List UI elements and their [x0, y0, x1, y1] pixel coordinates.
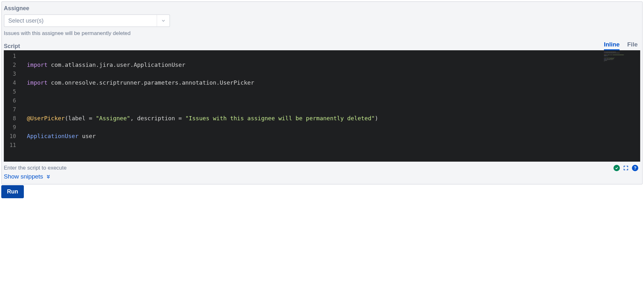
- assignee-placeholder: Select user(s): [4, 15, 157, 26]
- assignee-label: Assignee: [4, 5, 640, 12]
- tab-file[interactable]: File: [627, 41, 638, 50]
- minimap[interactable]: ▬▬ ▬▬▬▬▬▬▬▬▬▬▬▬▬▬▬▬▬▬▬▬▬▬▬▬▬▬▬▬ ▬▬ ▬▬▬▬▬…: [603, 50, 640, 162]
- footer-icons: ?: [613, 165, 638, 171]
- tab-inline[interactable]: Inline: [604, 41, 620, 50]
- check-ok-icon[interactable]: [613, 165, 620, 171]
- form-panel: Assignee Select user(s) Issues with this…: [1, 1, 643, 185]
- run-button[interactable]: Run: [1, 185, 24, 198]
- code-content: import com.atlassian.jira.user.Applicati…: [19, 50, 603, 162]
- assignee-select[interactable]: Select user(s): [4, 14, 170, 27]
- chevron-double-down-icon: [46, 174, 51, 179]
- chevron-down-icon: [157, 15, 169, 26]
- expand-icon[interactable]: [623, 165, 629, 171]
- editor-footer: Enter the script to execute ?: [4, 162, 640, 172]
- show-snippets-link[interactable]: Show snippets: [4, 172, 640, 184]
- help-icon[interactable]: ?: [632, 165, 638, 171]
- script-label: Script: [4, 43, 20, 50]
- assignee-helper: Issues with this assignee will be perman…: [4, 30, 640, 37]
- script-header: Script Inline File: [4, 41, 640, 50]
- script-tabs: Inline File: [604, 41, 640, 50]
- script-hint: Enter the script to execute: [4, 165, 67, 171]
- code-editor[interactable]: 1234567891011 import com.atlassian.jira.…: [4, 50, 640, 162]
- line-gutter: 1234567891011: [4, 50, 19, 162]
